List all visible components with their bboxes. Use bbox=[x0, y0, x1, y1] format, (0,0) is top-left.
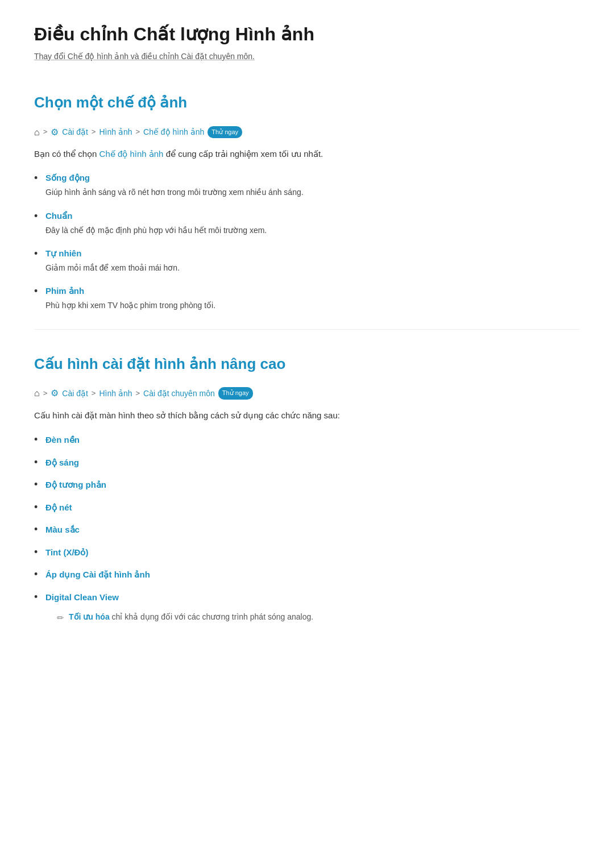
gear-icon-1: ⚙ bbox=[51, 125, 59, 140]
home-icon-2[interactable]: ⌂ bbox=[34, 386, 40, 401]
setting-contrast[interactable]: Độ tương phản bbox=[45, 480, 106, 489]
breadcrumb-sep-1a: > bbox=[43, 126, 48, 138]
divider bbox=[34, 329, 580, 330]
breadcrumb-link-expert[interactable]: Cài đặt chuyên môn bbox=[143, 387, 215, 400]
breadcrumb-2: ⌂ > ⚙ Cài đặt > Hình ảnh > Cài đặt chuyê… bbox=[34, 386, 580, 401]
list-item: Digital Clean View ✏ Tối ưu hóa chỉ khả … bbox=[34, 590, 580, 625]
section-advanced-settings: Cấu hình cài đặt hình ảnh nâng cao ⌂ > ⚙… bbox=[34, 347, 580, 625]
setting-color[interactable]: Màu sắc bbox=[45, 525, 80, 534]
mode-vivid-label[interactable]: Sống động bbox=[45, 171, 580, 185]
list-item: Đèn nền bbox=[34, 433, 580, 447]
list-item: Tint (X/Đỏ) bbox=[34, 545, 580, 560]
gear-icon-2: ⚙ bbox=[51, 386, 59, 401]
subnote-digital-clean: ✏ Tối ưu hóa chỉ khả dụng đối với các ch… bbox=[57, 610, 580, 625]
section1-description: Bạn có thể chọn Chế độ hình ảnh để cung … bbox=[34, 147, 580, 161]
mode-movie-label[interactable]: Phim ảnh bbox=[45, 284, 580, 298]
list-item: Độ sáng bbox=[34, 455, 580, 470]
mode-natural-desc: Giảm mỏi mắt để xem thoải mái hơn. bbox=[45, 261, 580, 274]
setting-apply-picture[interactable]: Áp dụng Cài đặt hình ảnh bbox=[45, 570, 150, 579]
list-item: Chuẩn Đây là chế độ mặc định phù hợp với… bbox=[34, 209, 580, 236]
badge-try-now-1[interactable]: Thử ngay bbox=[208, 126, 242, 139]
setting-sharpness[interactable]: Độ nét bbox=[45, 502, 72, 512]
mode-standard-label[interactable]: Chuẩn bbox=[45, 209, 580, 223]
picture-mode-list: Sống động Giúp hình ảnh sáng và rõ nét h… bbox=[34, 171, 580, 312]
breadcrumb-link-settings-1[interactable]: Cài đặt bbox=[62, 126, 88, 138]
list-item: Độ tương phản bbox=[34, 477, 580, 492]
setting-digital-clean-view[interactable]: Digital Clean View bbox=[45, 592, 119, 602]
list-item: Độ nét bbox=[34, 500, 580, 515]
mode-vivid-desc: Giúp hình ảnh sáng và rõ nét hơn trong m… bbox=[45, 186, 580, 198]
pencil-icon: ✏ bbox=[57, 611, 64, 625]
breadcrumb-sep-2a: > bbox=[43, 388, 48, 400]
list-item: Áp dụng Cài đặt hình ảnh bbox=[34, 567, 580, 582]
badge-try-now-2[interactable]: Thử ngay bbox=[218, 387, 253, 400]
list-item: Màu sắc bbox=[34, 522, 580, 537]
breadcrumb-link-settings-2[interactable]: Cài đặt bbox=[62, 387, 88, 400]
breadcrumb-sep-1b: > bbox=[92, 126, 96, 138]
setting-tint[interactable]: Tint (X/Đỏ) bbox=[45, 547, 88, 557]
breadcrumb-link-mode[interactable]: Chế độ hình ảnh bbox=[143, 126, 204, 138]
subnote-bold: Tối ưu hóa bbox=[69, 612, 110, 621]
list-item: Sống động Giúp hình ảnh sáng và rõ nét h… bbox=[34, 171, 580, 198]
section1-title: Chọn một chế độ ảnh bbox=[34, 85, 580, 115]
subnote-text: Tối ưu hóa chỉ khả dụng đối với các chươ… bbox=[69, 610, 313, 623]
mode-movie-desc: Phù hợp khi xem TV hoặc phim trong phòng… bbox=[45, 299, 580, 312]
section2-description: Cấu hình cài đặt màn hình theo sở thích … bbox=[34, 409, 580, 422]
section2-title: Cấu hình cài đặt hình ảnh nâng cao bbox=[34, 347, 580, 376]
home-icon-1[interactable]: ⌂ bbox=[34, 125, 40, 140]
mode-standard-desc: Đây là chế độ mặc định phù hợp với hầu h… bbox=[45, 224, 580, 236]
subnote-body: chỉ khả dụng đối với các chương trình ph… bbox=[110, 612, 313, 621]
breadcrumb-sep-2b: > bbox=[92, 388, 96, 400]
breadcrumb-1: ⌂ > ⚙ Cài đặt > Hình ảnh > Chế độ hình ả… bbox=[34, 125, 580, 140]
page-subtitle: Thay đổi Chế độ hình ảnh và điều chỉnh C… bbox=[34, 50, 580, 63]
section1-description-link[interactable]: Chế độ hình ảnh bbox=[99, 149, 164, 159]
setting-backlight[interactable]: Đèn nền bbox=[45, 435, 80, 445]
breadcrumb-link-image-2[interactable]: Hình ảnh bbox=[99, 387, 132, 400]
list-item: Phim ảnh Phù hợp khi xem TV hoặc phim tr… bbox=[34, 284, 580, 312]
breadcrumb-link-image-1[interactable]: Hình ảnh bbox=[99, 126, 132, 138]
mode-natural-label[interactable]: Tự nhiên bbox=[45, 247, 580, 260]
setting-brightness[interactable]: Độ sáng bbox=[45, 458, 79, 467]
breadcrumb-sep-1c: > bbox=[135, 126, 140, 138]
section-choose-mode: Chọn một chế độ ảnh ⌂ > ⚙ Cài đặt > Hình… bbox=[34, 85, 580, 312]
list-item: Tự nhiên Giảm mỏi mắt để xem thoải mái h… bbox=[34, 247, 580, 274]
page-title: Điều chỉnh Chất lượng Hình ảnh bbox=[34, 23, 580, 47]
advanced-settings-list: Đèn nền Độ sáng Độ tương phản Độ nét Màu… bbox=[34, 433, 580, 625]
breadcrumb-sep-2c: > bbox=[135, 388, 140, 400]
